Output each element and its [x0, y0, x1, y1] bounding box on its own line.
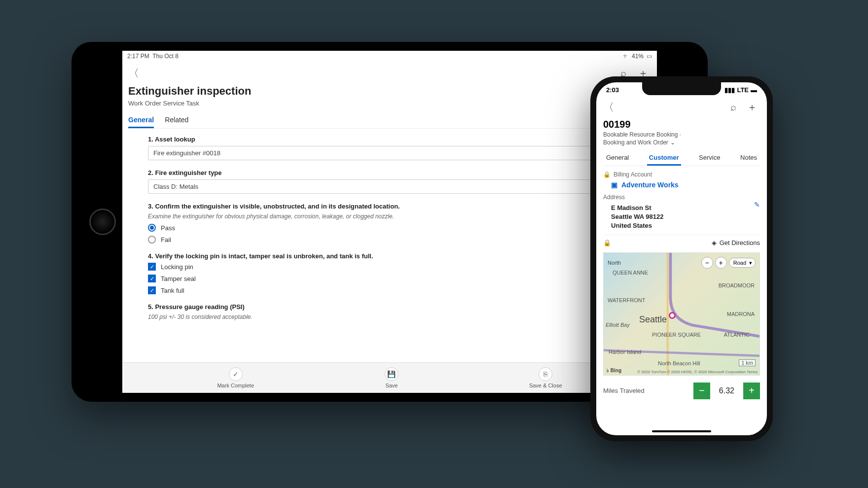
search-icon[interactable]: ⌕	[727, 100, 739, 115]
map-attribution: © 2020 TomTom © 2020 HERE, © 2020 Micros…	[637, 370, 758, 374]
booking-number: 00199	[603, 119, 760, 130]
bottom-toolbar: ✓ Mark Complete 💾 Save ⎘ Save & Close	[122, 362, 657, 393]
lock-icon: 🔒	[603, 239, 611, 246]
address-label: Address	[603, 194, 760, 201]
tablet-statusbar: 2:17 PM Thu Oct 8 ᯤ 41% ▭	[122, 51, 657, 61]
map-label: PIONEER SQUARE	[652, 332, 701, 338]
q1-label: 1. Asset lookup	[148, 136, 631, 143]
map-label: BROADMOOR	[719, 282, 755, 288]
phone-notch	[642, 82, 721, 95]
map-label: WATERFRONT	[608, 297, 645, 303]
q3-label: 3. Confirm the extinguisher is visible, …	[148, 203, 631, 210]
zoom-in-button[interactable]: +	[715, 257, 727, 269]
q3-help: Examine the extinguisher for obvious phy…	[148, 213, 631, 220]
map-label: Elliott Bay	[606, 322, 630, 328]
tab-bar: General Related	[128, 113, 651, 129]
tab-general[interactable]: General	[604, 151, 631, 166]
back-button[interactable]: 〈	[603, 100, 614, 115]
save-button[interactable]: 💾 Save	[385, 367, 398, 388]
map-label: ATLANTIC	[724, 332, 750, 338]
status-date: Thu Oct 8	[152, 53, 179, 60]
map-label-north: North	[608, 260, 621, 266]
q5-label: 5. Pressure gauge reading (PSI)	[148, 303, 631, 311]
miles-stepper: − 6.32 +	[693, 383, 760, 399]
extinguisher-type-select[interactable]: Class D: Metals	[148, 179, 631, 194]
save-close-icon: ⎘	[539, 367, 552, 381]
billing-label: 🔒Billing Account	[603, 171, 760, 178]
battery-icon: ▭	[647, 53, 652, 60]
asset-lookup-input[interactable]	[148, 146, 631, 160]
radio-fail[interactable]: Fail	[148, 236, 631, 244]
edit-icon[interactable]: ✎	[754, 201, 760, 209]
tab-related[interactable]: Related	[165, 113, 188, 128]
check-locking-pin[interactable]: ✓Locking pin	[148, 263, 631, 271]
phone-device: 2:03 ▮▮▮ LTE ▬ 〈 ⌕ ＋ 00199 Bookable Reso…	[590, 76, 773, 441]
radio-icon	[148, 236, 156, 244]
page-subtitle: Work Order Service Task	[128, 100, 651, 107]
radio-icon	[148, 224, 156, 232]
tab-customer[interactable]: Customer	[647, 151, 681, 166]
check-tamper-seal[interactable]: ✓Tamper seal	[148, 275, 631, 282]
directions-icon: ◈	[712, 239, 717, 246]
phone-tabs: General Customer Service Notes	[603, 151, 760, 166]
back-button[interactable]: 〈	[128, 66, 139, 81]
booking-type: Bookable Resource Booking ·	[603, 131, 760, 138]
checkbox-icon: ✓	[148, 275, 156, 282]
chevron-down-icon: ▾	[749, 260, 752, 266]
wifi-icon: ᯤ	[623, 53, 629, 60]
tab-general[interactable]: General	[128, 113, 154, 128]
miles-value: 6.32	[719, 386, 734, 395]
get-directions-link[interactable]: ◈Get Directions	[712, 239, 760, 246]
tab-service[interactable]: Service	[697, 151, 722, 166]
signal-label: LTE	[737, 86, 749, 94]
page-title: Extinguisher inspection	[128, 85, 651, 98]
map-label: North Beacon Hill	[658, 360, 700, 366]
map-city-label: Seattle	[639, 314, 667, 325]
miles-decrement-button[interactable]: −	[693, 383, 710, 399]
battery-percent: 41%	[632, 53, 644, 60]
radio-pass[interactable]: Pass	[148, 224, 631, 232]
map-label: Harbor Island	[609, 349, 641, 355]
lock-icon: 🔒	[603, 171, 611, 178]
chevron-down-icon: ⌄	[670, 139, 675, 146]
save-close-button[interactable]: ⎘ Save & Close	[529, 367, 562, 388]
battery-icon: ▬	[751, 86, 757, 94]
map-label: MADRONA	[727, 311, 755, 317]
checkbox-icon: ✓	[148, 263, 156, 271]
map-type-select[interactable]: Road ▾	[729, 258, 756, 268]
bing-logo: ♭ Bing	[607, 368, 621, 373]
miles-increment-button[interactable]: +	[743, 383, 760, 399]
address-value: E Madison St Seattle WA 98122 United Sta…	[603, 204, 663, 231]
miles-label: Miles Traveled	[603, 387, 645, 394]
signal-icon: ▮▮▮	[724, 86, 735, 94]
check-icon: ✓	[229, 367, 243, 381]
zoom-out-button[interactable]: −	[701, 257, 713, 269]
q4-label: 4. Verify the locking pin is intact, tam…	[148, 252, 631, 260]
map-view[interactable]: North − + Road ▾ QUEEN ANNE BROADMOOR WA…	[603, 252, 760, 376]
check-tank-full[interactable]: ✓Tank full	[148, 286, 631, 294]
q2-label: 2. Fire extinguisher type	[148, 169, 631, 176]
billing-account-link[interactable]: ▣Adventure Works	[603, 181, 760, 189]
map-scale: 1 km	[739, 359, 756, 366]
booking-view[interactable]: Booking and Work Order ⌄	[603, 139, 760, 146]
mark-complete-button[interactable]: ✓ Mark Complete	[217, 367, 254, 388]
q5-help: 100 psi +/- 30 is considered acceptable.	[148, 314, 631, 320]
home-indicator[interactable]	[652, 430, 711, 432]
map-pin-icon	[669, 312, 676, 319]
status-time: 2:17 PM	[127, 53, 149, 60]
map-label: QUEEN ANNE	[613, 270, 648, 276]
checkbox-icon: ✓	[148, 286, 156, 294]
tab-notes[interactable]: Notes	[738, 151, 759, 166]
tablet-home-button[interactable]	[89, 209, 116, 235]
account-icon: ▣	[611, 181, 617, 189]
save-icon: 💾	[385, 367, 398, 381]
phone-time: 2:03	[606, 86, 619, 94]
add-icon[interactable]: ＋	[744, 99, 760, 116]
